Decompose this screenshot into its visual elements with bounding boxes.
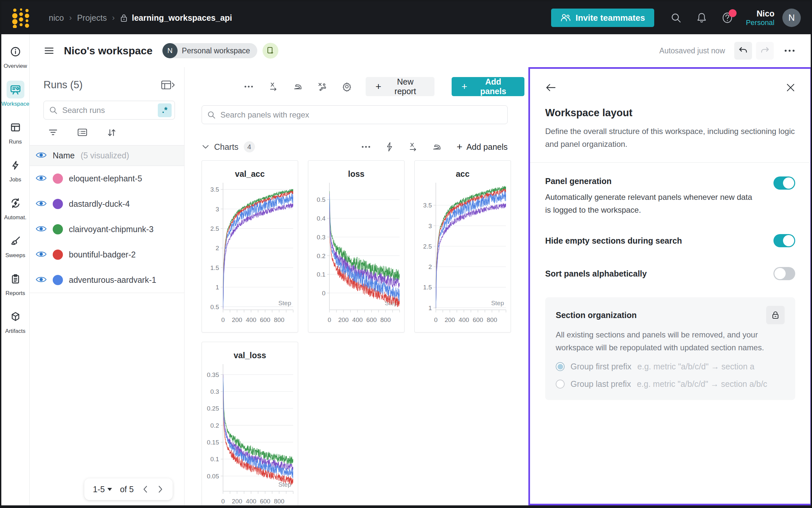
- runs-visualized-count: (5 visualized): [81, 151, 129, 160]
- workspace-badge[interactable]: N Personal workspace: [162, 43, 257, 58]
- svg-text:0.15: 0.15: [207, 439, 219, 446]
- outliers-icon[interactable]: [318, 82, 327, 91]
- section-collapse-icon[interactable]: [202, 144, 209, 150]
- breadcrumb-project[interactable]: learning_workspaces_api: [120, 13, 232, 23]
- search-icon: [207, 111, 216, 119]
- new-report-button[interactable]: + New report: [366, 77, 435, 96]
- clipboard-icon: [7, 270, 25, 288]
- runs-panel-title: Runs (5): [43, 79, 83, 91]
- radio-icon[interactable]: [556, 380, 565, 388]
- radio-group-last-prefix[interactable]: Group last prefix e.g. metric "a/b/c/d" …: [556, 379, 785, 389]
- run-row[interactable]: eloquent-elephant-5: [30, 166, 184, 191]
- section-more-icon[interactable]: [361, 145, 371, 149]
- filter-icon[interactable]: [48, 128, 58, 137]
- regex-toggle[interactable]: .*: [158, 103, 172, 117]
- help-button[interactable]: [720, 10, 735, 25]
- panel-generation-toggle[interactable]: [773, 176, 795, 189]
- panel-search-input[interactable]: [220, 110, 502, 120]
- sparkle-doc-icon[interactable]: [262, 43, 278, 58]
- chart-panel-val-loss[interactable]: val_loss 0.050.10.150.20.250.30.35020040…: [202, 342, 298, 508]
- sidebar-item-reports[interactable]: Reports: [2, 270, 29, 297]
- svg-text:400: 400: [458, 316, 469, 323]
- breadcrumb-projects[interactable]: Projects: [77, 13, 107, 23]
- visibility-eye-icon[interactable]: [36, 276, 47, 285]
- menu-icon[interactable]: [44, 47, 55, 55]
- panel-more-icon[interactable]: [244, 82, 254, 91]
- section-smoothing-icon[interactable]: [432, 142, 441, 152]
- invite-teammates-button[interactable]: Invite teammates: [551, 8, 654, 27]
- svg-text:600: 600: [260, 498, 271, 505]
- run-row[interactable]: clairvoyant-chipmunk-3: [30, 217, 184, 242]
- chart-panel-acc[interactable]: acc 11.522.533.50200400600800Step: [414, 160, 511, 333]
- hide-empty-toggle[interactable]: [773, 234, 795, 247]
- autosave-status: Autosaved just now: [659, 46, 725, 55]
- svg-text:0.4: 0.4: [317, 215, 326, 222]
- svg-text:200: 200: [232, 498, 242, 505]
- run-row[interactable]: adventurous-aardvark-1: [30, 267, 184, 293]
- expand-runs-table-button[interactable]: [161, 80, 175, 90]
- section-x-axis-icon[interactable]: [408, 142, 418, 152]
- runs-column-name[interactable]: Name: [53, 151, 75, 160]
- close-icon[interactable]: [786, 83, 795, 92]
- visibility-eye-icon[interactable]: [36, 174, 47, 183]
- svg-text:3.5: 3.5: [210, 186, 219, 193]
- page-title: Nico's workspace: [64, 45, 153, 57]
- prev-page-button[interactable]: [141, 484, 149, 494]
- next-page-button[interactable]: [157, 484, 164, 494]
- notifications-button[interactable]: [694, 10, 709, 25]
- header-more-icon[interactable]: [784, 49, 796, 53]
- sidebar-item-overview[interactable]: Overview: [2, 43, 29, 70]
- avatar[interactable]: N: [782, 8, 801, 27]
- chart-panel-loss[interactable]: loss 00.10.20.30.40.50200400600800Step: [308, 160, 405, 333]
- drawer-title: Workspace layout: [545, 107, 795, 119]
- svg-text:800: 800: [274, 316, 285, 323]
- run-row[interactable]: bountiful-badger-2: [30, 242, 184, 267]
- svg-text:0.2: 0.2: [317, 253, 325, 259]
- svg-text:1: 1: [215, 284, 219, 291]
- sidebar-item-runs[interactable]: Runs: [2, 119, 29, 145]
- sidebar-item-sweeps[interactable]: Sweeps: [2, 232, 29, 259]
- columns-icon[interactable]: [77, 128, 88, 137]
- search-icon: [671, 12, 682, 24]
- lock-button[interactable]: [766, 306, 785, 324]
- settings-gear-icon[interactable]: [342, 82, 352, 91]
- workspace-layout-drawer: Workspace layout Define the overall stru…: [528, 67, 812, 505]
- runs-search-input[interactable]: [62, 106, 158, 115]
- chart-panel-val-acc[interactable]: val_acc 0.511.522.533.50200400600800Step: [202, 160, 298, 333]
- smoothing-icon[interactable]: [293, 82, 302, 91]
- run-row[interactable]: dastardly-duck-4: [30, 191, 184, 217]
- visibility-eye-icon[interactable]: [36, 250, 47, 259]
- sort-alpha-toggle[interactable]: [773, 267, 795, 280]
- people-icon: [560, 13, 571, 23]
- setting-sort-alpha: Sort panels alphabetically: [545, 267, 795, 280]
- visibility-eye-icon[interactable]: [36, 225, 47, 234]
- undo-button[interactable]: [734, 42, 752, 59]
- add-panels-button[interactable]: + Add panels: [452, 77, 524, 96]
- global-search-button[interactable]: [669, 10, 683, 25]
- sidebar-item-automations[interactable]: Automat.: [2, 194, 29, 221]
- svg-text:600: 600: [473, 316, 483, 323]
- user-menu[interactable]: Nico Personal: [746, 9, 774, 27]
- run-color-dot: [53, 173, 63, 184]
- visibility-eye-icon[interactable]: [36, 200, 47, 209]
- radio-group-first-prefix[interactable]: Group first prefix e.g. metric "a/b/c/d"…: [556, 362, 785, 371]
- sort-alpha-label: Sort panels alphabetically: [545, 269, 647, 279]
- x-axis-icon[interactable]: [269, 82, 278, 91]
- sidebar-item-artifacts[interactable]: Artifacts: [2, 308, 29, 335]
- spark-icon[interactable]: [385, 142, 394, 152]
- page-total: of 5: [120, 484, 134, 494]
- svg-text:600: 600: [260, 316, 271, 323]
- visibility-all-icon[interactable]: [36, 151, 47, 160]
- redo-button[interactable]: [756, 42, 774, 59]
- page-size-select[interactable]: 1-5: [93, 484, 112, 494]
- sidebar-item-workspace[interactable]: Workspace: [2, 81, 29, 107]
- sort-icon[interactable]: [107, 128, 117, 137]
- svg-text:2: 2: [215, 245, 219, 252]
- sidebar-item-jobs[interactable]: Jobs: [2, 156, 29, 183]
- radio-icon[interactable]: [556, 362, 565, 371]
- section-add-panels-button[interactable]: + Add panels: [456, 142, 508, 152]
- user-scope: Personal: [746, 18, 774, 27]
- breadcrumb-entity[interactable]: nico: [49, 13, 64, 23]
- wandb-logo-icon[interactable]: [11, 8, 30, 28]
- back-icon[interactable]: [545, 83, 556, 92]
